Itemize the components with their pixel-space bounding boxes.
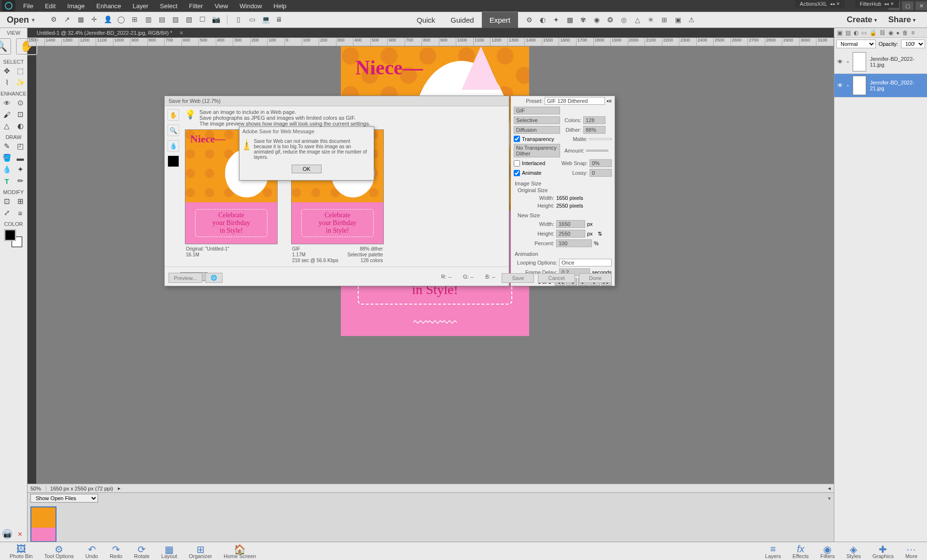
dither-input[interactable]: 88% [583,126,605,134]
amount-input[interactable] [586,150,608,152]
color-swatch[interactable] [5,230,22,247]
straighten-tool[interactable]: ≡ [14,208,27,218]
text-tool[interactable]: T [0,176,13,186]
animate-check[interactable] [514,170,520,176]
websnap-input[interactable]: 0% [590,159,612,167]
preview-button[interactable]: Preview... [169,273,202,283]
person-icon[interactable]: 👤 [103,15,112,24]
r-icon-1[interactable]: ◐ [538,15,547,24]
share-icon[interactable]: ↗ [63,15,71,24]
browser-button[interactable]: 🌐 [205,273,223,283]
r-icon-5[interactable]: ◉ [592,15,601,24]
menu-select[interactable]: Select [154,2,183,10]
dlg-color-icon[interactable] [168,155,179,167]
effects-btn[interactable]: fxEffects [793,544,809,559]
dlg-eyedrop-icon[interactable]: 💧 [168,140,179,152]
bottom-tool-2[interactable]: ✕ [15,529,25,539]
ext-actionsxxl[interactable]: ActionsXXL ◂◂ ✕ [795,0,845,8]
cancel-button[interactable]: Cancel [538,273,575,283]
menu-filter[interactable]: Filter [183,2,209,10]
tab-quick[interactable]: Quick [409,12,443,28]
doc-close-icon[interactable]: ✕ [179,30,183,36]
move-tool[interactable]: ✥ [0,66,13,76]
zoom-value[interactable]: 50% [30,486,41,491]
eye-icon[interactable]: 👁 [837,82,843,89]
r-icon-8[interactable]: △ [633,15,642,24]
styles-btn[interactable]: ◈Styles [846,544,861,559]
r-icon-6[interactable]: ❂ [606,15,615,24]
pencil-tool[interactable]: ✎ [0,141,13,152]
open-button[interactable]: Open [7,15,35,25]
zoom-tool[interactable]: 🔍 [0,38,12,55]
chart-icon[interactable]: ▥ [144,15,153,24]
spot-tool[interactable]: ⊙ [14,98,27,108]
r-icon-3[interactable]: ▩ [565,15,574,24]
r-settings-icon[interactable]: ⚙ [525,15,534,24]
contentmove-tool[interactable]: ⤢ [0,208,13,218]
eyedrop-tool[interactable]: 💧 [0,164,13,175]
menu-window[interactable]: Window [234,2,267,10]
dlg-zoom-icon[interactable]: 🔍 [168,125,179,136]
recompose-tool[interactable]: ⊞ [14,196,27,207]
settings-icon[interactable]: ⚙ [49,15,58,24]
layers-btn[interactable]: ≡Layers [765,544,781,559]
dlg-hand-icon[interactable]: ✋ [168,109,179,121]
layout-btn[interactable]: ▦Layout [161,544,177,559]
filters-btn[interactable]: ◉Filters [820,544,835,559]
lock-icon[interactable]: 🔒 [870,29,877,36]
doc-tab[interactable]: Untitled-1 @ 32.4% (Jennifer-BD_2022-21.… [33,29,176,37]
interlaced-check[interactable] [514,160,520,167]
marquee-tool[interactable]: ⬚ [14,66,27,76]
more-btn[interactable]: ⋯More [905,544,917,559]
r-icon-11[interactable]: ▣ [674,15,682,24]
menu-help[interactable]: Help [268,2,293,10]
done-button[interactable]: Done [579,273,612,283]
scroll-left-icon[interactable]: ◂ [828,485,831,491]
tab-guided[interactable]: Guided [443,12,481,28]
matte-input[interactable] [590,138,612,140]
new-layer-icon[interactable]: ▣ [837,29,843,36]
tool-options-btn[interactable]: ⚙Tool Options [44,544,74,559]
hand-tool[interactable]: ✋ [15,38,37,55]
alert-ok-button[interactable]: OK [292,165,322,173]
stamp-tool[interactable]: ⊡ [14,109,27,120]
fill-tool[interactable]: 🪣 [0,153,13,163]
percent-input[interactable]: 100 [556,239,592,247]
menu-view[interactable]: View [209,2,234,10]
new-height-input[interactable]: 2550 [556,230,585,238]
photo-bin-thumb[interactable] [30,506,56,542]
r-icon-4[interactable]: ✾ [579,15,588,24]
new-width-input[interactable]: 1650 [556,220,585,228]
maximize-btn[interactable]: ▢ [902,1,913,10]
brush-tool[interactable]: 🖌 [0,109,13,120]
mask-icon[interactable]: ▭ [861,29,867,36]
algo-select[interactable]: Selective [514,116,560,124]
grid-icon[interactable]: ▦ [76,15,85,24]
layer-row[interactable]: 👁▫Jennifer-BD_2022-21.jpg [834,74,927,98]
phone-icon[interactable]: ▯ [234,15,243,24]
redo-btn[interactable]: ↷Redo [110,544,122,559]
groups-icon[interactable]: ▤ [845,29,851,36]
pb-collapse-icon[interactable]: ▾ [828,495,831,502]
icon-a[interactable]: ▤ [157,15,166,24]
crosshair-icon[interactable]: ✛ [90,15,98,24]
laptop-icon[interactable]: 💻 [261,15,270,24]
trash-icon[interactable]: 🗑 [902,29,908,36]
r-icon-7[interactable]: ◎ [619,15,628,24]
home-btn[interactable]: 🏠Home Screen [224,544,256,559]
loop-select[interactable]: Once [559,259,612,266]
sponge-tool[interactable]: ◐ [14,121,27,131]
circle-icon[interactable]: ◯ [117,15,126,24]
icon-d[interactable]: ☐ [198,15,207,24]
close-btn[interactable]: ✕ [915,1,927,10]
undo-btn[interactable]: ↶Undo [85,544,98,559]
rotate-btn[interactable]: ⟳Rotate [134,544,149,559]
r-warn-icon[interactable]: ⚠ [687,15,696,24]
opacity-select[interactable]: 100% [901,40,925,48]
share-button[interactable]: Share [888,15,915,25]
graphics-btn[interactable]: ✚Graphics [872,544,894,559]
adjust-icon[interactable]: ◐ [854,29,858,36]
camera-icon[interactable]: 📷 [211,15,220,24]
photo-bin-btn[interactable]: 🖼Photo Bin [10,544,33,559]
blur-tool[interactable]: △ [0,121,13,131]
